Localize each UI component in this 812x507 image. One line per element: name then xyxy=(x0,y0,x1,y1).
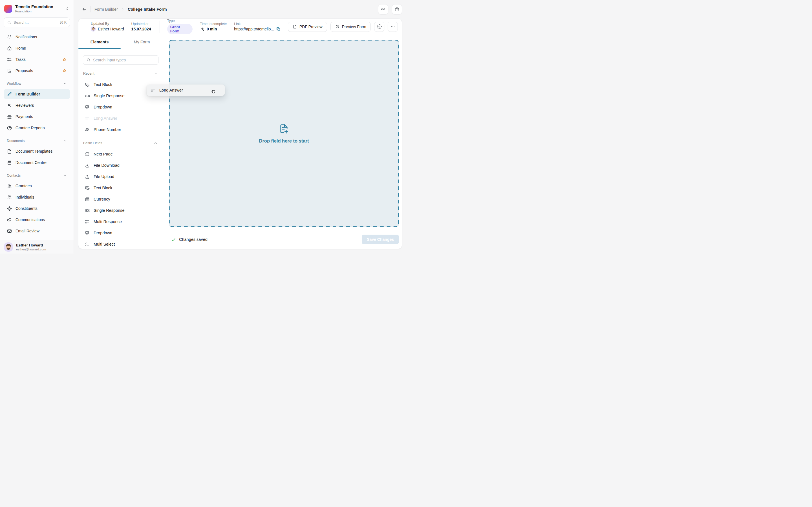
element-item-file-download[interactable]: File Download xyxy=(83,160,158,171)
sidebar-section-workflow[interactable]: Workflow xyxy=(4,80,70,88)
element-item-dropdown[interactable]: Dropdown xyxy=(83,227,158,238)
element-item-file-upload[interactable]: File Upload xyxy=(83,171,158,182)
sidebar-item-communications[interactable]: Communications xyxy=(4,215,70,225)
ellipsis-icon xyxy=(391,24,395,29)
sidebar-item-email-review[interactable]: Email Review xyxy=(4,226,70,236)
help-button[interactable] xyxy=(392,4,402,14)
dropzone-label: Drop field here to start xyxy=(259,138,309,144)
pdf-file-icon xyxy=(292,24,297,29)
save-changes-button[interactable]: Save Changes xyxy=(362,235,399,244)
element-section-basic-fields: Basic Fields xyxy=(83,139,158,147)
sidebar-item-grantees[interactable]: Grantees xyxy=(4,181,70,191)
sidebar-section-contacts[interactable]: Contacts xyxy=(4,172,70,179)
sidebar-item-proposals[interactable]: Proposals xyxy=(4,66,70,76)
help-icon xyxy=(395,7,400,12)
chevron-up-icon[interactable] xyxy=(63,139,67,143)
element-item-phone-number[interactable]: Phone Number xyxy=(83,124,158,135)
bell-icon xyxy=(7,34,12,40)
sidebar-item-individuals[interactable]: Individuals xyxy=(4,192,70,202)
global-search[interactable]: ⌘ K xyxy=(4,17,70,27)
user-menu-icon[interactable] xyxy=(66,245,70,249)
element-item-multi-response[interactable]: Multi Response xyxy=(83,216,158,227)
main-area: Form Builder College Intake Form Updated… xyxy=(74,0,406,253)
save-status: Changes saved xyxy=(179,237,207,242)
pen-icon xyxy=(7,92,12,97)
long-answer-icon xyxy=(85,116,90,121)
back-arrow-icon xyxy=(82,7,87,12)
sidebar-nav: NotificationsHomeTasksProposalsWorkflowF… xyxy=(0,27,73,240)
sidebar-item-form-builder[interactable]: Form Builder xyxy=(4,89,70,99)
form-builder-card: Updated By Esther Howard Updated at 15.0… xyxy=(78,18,402,249)
updated-by: Updated By Esther Howard xyxy=(91,22,124,32)
sidebar-item-notifications[interactable]: Notifications xyxy=(4,32,70,42)
chevron-up-icon[interactable] xyxy=(63,173,67,177)
chat-icon xyxy=(7,217,12,223)
check-icon xyxy=(171,237,176,242)
element-item-text-block[interactable]: Text Block xyxy=(83,182,158,193)
org-switch-icon[interactable] xyxy=(65,6,70,11)
dropdown-icon xyxy=(85,105,90,110)
text-block-icon xyxy=(85,185,90,191)
proposal-icon xyxy=(7,68,12,73)
collaboration-button[interactable] xyxy=(378,4,388,14)
form-canvas-dropzone[interactable]: Drop field here to start xyxy=(169,40,399,227)
element-item-multi-select[interactable]: Multi Select xyxy=(83,238,158,249)
form-link-url[interactable]: https://app.trytemelio... xyxy=(234,27,274,31)
org-name: Temelio Foundation xyxy=(15,4,62,9)
sidebar-item-reviewers[interactable]: Reviewers xyxy=(4,100,70,110)
sidebar-item-home[interactable]: Home xyxy=(4,43,70,53)
preview-form-button[interactable]: Preview Form xyxy=(331,22,371,32)
tab-elements[interactable]: Elements xyxy=(79,35,121,49)
avatar xyxy=(91,26,96,32)
copy-link-icon[interactable] xyxy=(276,27,281,31)
dragged-element-long-answer[interactable]: Long Answer xyxy=(147,84,225,96)
breadcrumb-form-builder[interactable]: Form Builder xyxy=(94,7,118,11)
multi-response-icon xyxy=(85,219,90,224)
breadcrumb-current: College Intake Form xyxy=(128,7,167,11)
chevron-up-icon[interactable] xyxy=(154,141,158,145)
network-icon xyxy=(7,206,12,211)
element-item-dropdown[interactable]: Dropdown xyxy=(83,101,158,113)
tab-my-form[interactable]: My Form xyxy=(121,35,163,49)
divider xyxy=(91,6,91,12)
sidebar-item-constituents[interactable]: Constituents xyxy=(4,203,70,214)
form-workzone: Drop field here to start Changes saved S… xyxy=(163,35,402,249)
updated-at: Updated at 15.07.2024 xyxy=(132,22,151,31)
back-button[interactable] xyxy=(80,5,89,13)
more-actions-button[interactable] xyxy=(388,22,398,32)
chevron-up-icon[interactable] xyxy=(63,82,67,86)
input-types-search[interactable] xyxy=(83,55,158,65)
element-item-next-page[interactable]: Next Page xyxy=(83,149,158,160)
star-icon[interactable] xyxy=(62,68,67,73)
sparkle-icon xyxy=(200,27,205,32)
global-search-input[interactable] xyxy=(13,20,57,24)
org-switcher[interactable]: Temelio Foundation Foundation xyxy=(0,0,73,16)
sidebar-item-tasks[interactable]: Tasks xyxy=(4,54,70,64)
sidebar-item-document-centre[interactable]: Document Centre xyxy=(4,158,70,168)
element-item-currency[interactable]: Currency xyxy=(83,193,158,205)
pdf-preview-button[interactable]: PDF Preview xyxy=(288,22,327,32)
form-settings-button[interactable] xyxy=(374,22,384,32)
sidebar-item-payments[interactable]: Payments xyxy=(4,112,70,122)
user-footer[interactable]: Esther Howard esther@howard.com xyxy=(0,240,73,253)
single-response-icon xyxy=(85,93,90,99)
chevron-up-icon[interactable] xyxy=(154,71,158,75)
sidebar-item-grantee-reports[interactable]: Grantee Reports xyxy=(4,123,70,133)
sidebar-section-documents[interactable]: Documents xyxy=(4,137,70,145)
time-to-complete-value: 0 min xyxy=(207,27,217,31)
currency-icon xyxy=(85,196,90,202)
element-item-single-response[interactable]: Single Response xyxy=(83,205,158,216)
org-logo xyxy=(4,5,12,13)
search-icon xyxy=(7,20,11,24)
star-icon[interactable] xyxy=(62,57,67,62)
app-window: Temelio Foundation Foundation ⌘ K Notifi… xyxy=(0,0,406,253)
search-shortcut: ⌘ K xyxy=(60,20,66,24)
tasks-icon xyxy=(7,57,12,62)
sidebar-item-document-templates[interactable]: Document Templates xyxy=(4,146,70,156)
updated-at-value: 15.07.2024 xyxy=(132,27,151,31)
long-answer-icon xyxy=(150,88,156,93)
time-to-complete: Time to complete 0 min xyxy=(200,22,227,32)
element-item-long-answer[interactable]: Long Answer xyxy=(83,113,158,124)
file-upload-icon xyxy=(85,174,90,179)
input-types-search-input[interactable] xyxy=(93,58,155,62)
